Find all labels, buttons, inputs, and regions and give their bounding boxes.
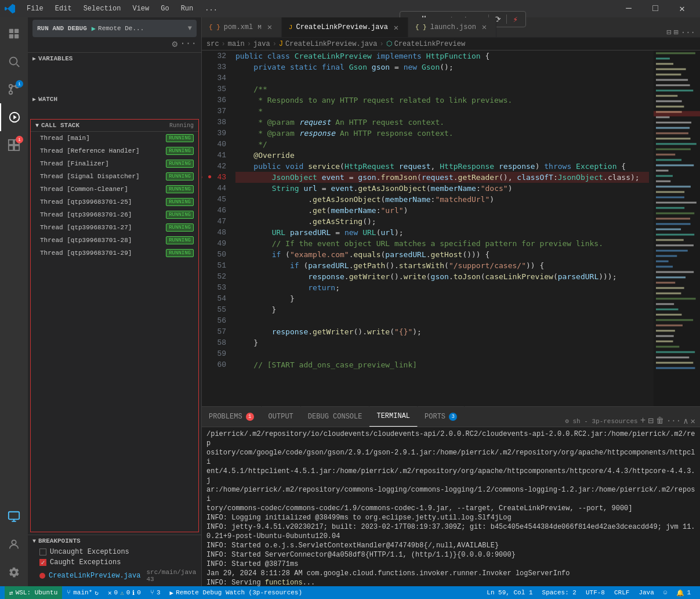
code-line-46: .get(memberName:"url"): [235, 205, 649, 216]
tab-launch-close[interactable]: ✕: [480, 23, 489, 32]
uncaught-checkbox[interactable]: [39, 549, 46, 555]
watch-section-header[interactable]: ▶ WATCH: [28, 93, 201, 105]
menu-file[interactable]: File: [22, 3, 48, 14]
status-errors[interactable]: ✕ 0 ⚠ 0 ℹ 0: [103, 586, 146, 599]
more-actions-icon[interactable]: ···: [681, 28, 695, 37]
run-config[interactable]: RUN AND DEBUG ▶ Remote De... ▼: [32, 20, 197, 37]
status-debug-watch[interactable]: ▶ Remote Debug Watch (3p-resources): [165, 586, 307, 599]
activity-source-control[interactable]: 1: [0, 75, 28, 103]
menu-view[interactable]: View: [128, 3, 154, 14]
variables-section-header[interactable]: ▶ VARIABLES: [28, 53, 201, 64]
panel-collapse-icon[interactable]: ∧: [683, 416, 688, 426]
status-remote[interactable]: ⇄ WSL: Ubuntu: [5, 586, 62, 599]
minimize-btn[interactable]: ─: [615, 0, 642, 17]
code-content[interactable]: public class CreateLinkPreview implement…: [231, 50, 654, 406]
call-stack-items: Thread [main] RUNNING Thread [Reference …: [31, 132, 198, 532]
call-stack-section: ▼ CALL STACK Running Thread [main] RUNNI…: [30, 119, 199, 532]
status-git[interactable]: ⑂ main* ↻: [62, 586, 103, 599]
thread-qtp27[interactable]: Thread [qtp399683701-27] RUNNING: [31, 221, 198, 234]
breadcrumb-file[interactable]: J: [279, 40, 283, 48]
tab-pom-close[interactable]: ✕: [265, 23, 274, 32]
thread-qtp26[interactable]: Thread [qtp399683701-26] RUNNING: [31, 208, 198, 221]
breadcrumb-src[interactable]: src: [206, 40, 219, 48]
thread-qtp28[interactable]: Thread [qtp399683701-28] RUNNING: [31, 234, 198, 247]
code-line-60: // [START add_ons_case_preview_link]: [235, 359, 649, 370]
line-39: 39: [206, 128, 226, 139]
tab-pom[interactable]: { } pom.xml M ✕: [202, 17, 282, 37]
settings-gear-icon[interactable]: ⚙: [172, 38, 178, 50]
line-54: 54: [206, 293, 226, 304]
activity-extensions[interactable]: 1: [0, 131, 28, 159]
new-terminal-icon[interactable]: +: [640, 416, 646, 426]
line-58: 58: [206, 337, 226, 348]
status-notifications[interactable]: 🔔 1: [672, 586, 695, 599]
activity-search[interactable]: [0, 48, 28, 75]
tab-create-link-preview[interactable]: J CreateLinkPreview.java ✕: [282, 17, 408, 37]
thread-reference-handler[interactable]: Thread [Reference Handler] RUNNING: [31, 145, 198, 157]
tab-bar: { } pom.xml M ✕ J CreateLinkPreview.java…: [202, 17, 700, 38]
status-language[interactable]: Java: [634, 586, 658, 599]
code-line-54: }: [235, 293, 649, 304]
more-terminal-icon[interactable]: ···: [666, 416, 681, 425]
menu-more[interactable]: ...: [200, 3, 222, 14]
run-play-icon: ▶: [92, 24, 96, 33]
caught-checkbox[interactable]: ✓: [39, 559, 46, 566]
breakpoint-file-label: CreateLinkPreview.java: [49, 572, 140, 580]
thread-main[interactable]: Thread [main] RUNNING: [31, 132, 198, 145]
breadcrumb-main[interactable]: main: [228, 40, 245, 48]
panel-tab-problems[interactable]: PROBLEMS 1: [202, 406, 262, 427]
tab-launch[interactable]: { } launch.json ✕: [408, 17, 496, 37]
call-stack-status: Running: [169, 122, 194, 129]
status-position[interactable]: Ln 59, Col 1: [482, 586, 537, 599]
debug-stop-btn[interactable]: ⚡: [509, 13, 522, 26]
terminal-line-12: Jan 29, 2024 8:11:28 AM com.google.cloud…: [206, 569, 695, 578]
panel-close-icon[interactable]: ✕: [691, 416, 695, 426]
breakpoint-uncaught: Uncaught Exceptions: [28, 547, 201, 557]
minimap: [654, 50, 700, 406]
menu-selection[interactable]: Selection: [79, 3, 126, 14]
menu-go[interactable]: Go: [156, 3, 173, 14]
panel-tab-output[interactable]: OUTPUT: [262, 406, 301, 427]
run-dropdown-icon[interactable]: ▼: [188, 24, 192, 33]
split-editor-icon[interactable]: ⊟: [666, 27, 671, 37]
activity-run-debug[interactable]: [0, 103, 28, 131]
panel-tab-ports[interactable]: PORTS 3: [418, 406, 465, 427]
tab-create-link-preview-close[interactable]: ✕: [391, 23, 401, 32]
activity-explorer[interactable]: [0, 20, 28, 48]
split-terminal-icon[interactable]: ⊟: [648, 415, 654, 427]
panel-tab-debug-console[interactable]: DEBUG CONSOLE: [301, 406, 370, 427]
status-encoding[interactable]: UTF-8: [581, 586, 610, 599]
thread-qtp29[interactable]: Thread [qtp399683701-29] RUNNING: [31, 247, 198, 259]
menu-edit[interactable]: Edit: [50, 3, 77, 14]
close-btn[interactable]: ✕: [669, 0, 695, 17]
activity-settings[interactable]: [0, 558, 28, 586]
more-options-icon[interactable]: ···: [180, 38, 197, 50]
breakpoints-header[interactable]: ▼ BREAKPOINTS: [28, 535, 201, 547]
breadcrumb-classname[interactable]: CreateLinkPreview: [394, 40, 465, 48]
status-spaces[interactable]: Spaces: 2: [538, 586, 581, 599]
maximize-btn[interactable]: □: [642, 0, 669, 17]
breadcrumb-java[interactable]: java: [253, 40, 270, 48]
line-41: 41: [206, 150, 226, 161]
problems-label: PROBLEMS: [209, 413, 242, 421]
kill-terminal-icon[interactable]: 🗑: [656, 416, 664, 425]
thread-qtp25[interactable]: Thread [qtp399683701-25] RUNNING: [31, 196, 198, 208]
activity-remote[interactable]: [0, 503, 28, 531]
status-watches[interactable]: ⑂ 3: [146, 586, 165, 599]
panel-tab-terminal[interactable]: TERMINAL: [369, 406, 418, 427]
menu-run[interactable]: Run: [176, 3, 198, 14]
breakpoint-file[interactable]: CreateLinkPreview.java src/main/java 43: [28, 568, 201, 584]
thread-finalizer[interactable]: Thread [Finalizer] RUNNING: [31, 157, 198, 170]
status-line-ending[interactable]: CRLF: [610, 586, 634, 599]
thread-common-cleaner[interactable]: Thread [Common-Cleaner] RUNNING: [31, 183, 198, 196]
layout-icon[interactable]: ⊞: [673, 27, 678, 37]
status-feedback[interactable]: ☺: [659, 586, 672, 599]
activity-accounts[interactable]: [0, 531, 28, 558]
breadcrumb-class[interactable]: ⬡: [386, 39, 392, 48]
editor-area: { } pom.xml M ✕ J CreateLinkPreview.java…: [202, 17, 700, 586]
breadcrumb-filename[interactable]: CreateLinkPreview.java: [285, 40, 377, 48]
vscode-logo: [5, 3, 15, 14]
thread-signal-dispatcher[interactable]: Thread [Signal Dispatcher] RUNNING: [31, 170, 198, 183]
terminal-content[interactable]: /pierrick/.m2/repository/io/cloudevents/…: [202, 427, 700, 586]
code-line-53: return;: [235, 282, 649, 293]
